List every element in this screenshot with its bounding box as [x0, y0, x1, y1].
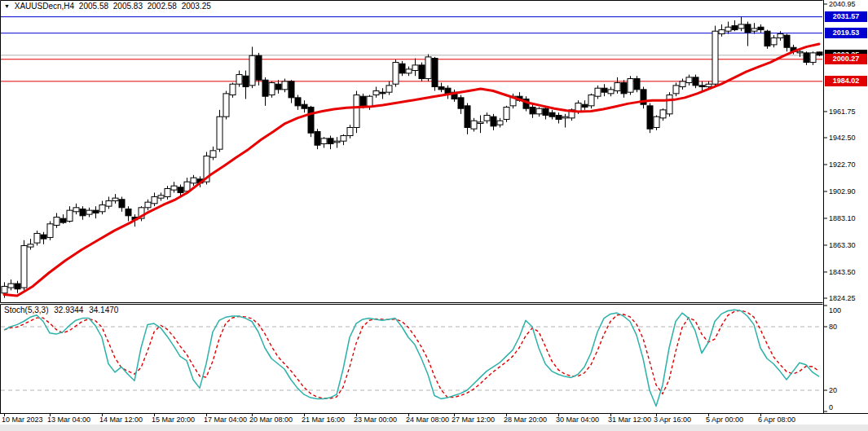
mt4-chart-window: ▼ XAUUSDecn,H4 2005.58 2005.83 2002.58 2… [0, 0, 868, 431]
bull-candle [249, 55, 255, 86]
bull-candle [99, 205, 105, 211]
ohlc-open: 2005.58 [79, 2, 108, 11]
bear-candle [93, 210, 99, 213]
bear-candle [530, 108, 535, 114]
bull-candle [223, 94, 229, 117]
bear-candle [60, 218, 66, 222]
bear-candle [328, 139, 333, 144]
bull-candle [269, 83, 275, 95]
bull-candle [660, 110, 666, 118]
bull-candle [112, 198, 118, 200]
bear-candle [784, 35, 790, 47]
bull-candle [86, 210, 92, 214]
bear-candle [647, 106, 653, 129]
symbol-dropdown-icon[interactable]: ▼ [4, 3, 10, 9]
bear-candle [15, 284, 20, 289]
bear-candle [289, 81, 294, 98]
time-tick-label: 15 Mar 20:00 [152, 416, 195, 424]
bear-candle [693, 77, 698, 86]
bull-candle [738, 24, 744, 29]
bull-candle [334, 141, 340, 143]
bull-candle [778, 34, 783, 38]
bear-candle [275, 84, 281, 90]
bear-candle [80, 209, 86, 215]
stochastic-panel[interactable] [0, 303, 868, 414]
bear-candle [302, 104, 307, 108]
bull-candle [562, 117, 568, 118]
bear-candle [804, 53, 809, 63]
bear-candle [256, 55, 262, 80]
bull-candle [34, 233, 40, 243]
bull-candle [412, 65, 418, 71]
price-badge-2019.53: 2019.53 [825, 28, 867, 38]
bull-candle [608, 90, 614, 94]
bull-candle [354, 95, 359, 128]
bear-candle [399, 64, 405, 73]
time-tick-label: 10 Mar 2023 [2, 416, 43, 424]
bull-candle [588, 95, 594, 106]
time-tick-label: 24 Mar 08:00 [406, 416, 449, 424]
bull-candle [106, 200, 112, 206]
bull-candle [386, 86, 392, 92]
bull-candle [504, 108, 509, 120]
bull-candle [615, 83, 620, 91]
bull-candle [595, 88, 601, 96]
bear-candle [262, 80, 268, 96]
bull-candle [810, 53, 816, 63]
bull-candle [484, 116, 490, 121]
bull-candle [8, 284, 14, 288]
chart-title: ▼ XAUUSDecn,H4 2005.58 2005.83 2002.58 2… [4, 2, 214, 11]
bull-candle [712, 31, 718, 84]
price-chart-panel[interactable] [0, 0, 868, 303]
bear-candle [315, 132, 320, 146]
bear-candle [621, 83, 627, 94]
bull-candle [471, 121, 477, 129]
bull-candle [673, 86, 679, 94]
symbol-period-label: XAUUSDecn,H4 [15, 2, 74, 11]
bear-candle [543, 108, 549, 115]
indicator-name: Stoch(5,3,3) [4, 306, 48, 314]
bull-candle [719, 30, 725, 34]
bull-candle [751, 29, 757, 31]
time-tick-label: 6 Apr 08:00 [758, 416, 795, 424]
bull-candle [217, 117, 223, 149]
bull-candle [680, 81, 685, 87]
time-tick-label: 27 Mar 12:00 [452, 416, 495, 424]
indicator-label: Stoch(5,3,3) 32.9344 34.1470 [4, 306, 121, 314]
bull-candle [406, 69, 412, 73]
bear-candle [582, 104, 588, 107]
stoch-tick-label: 80 [829, 323, 837, 331]
time-tick-label: 5 Apr 00:00 [706, 416, 743, 424]
bull-candle [536, 108, 542, 114]
time-tick-label: 20 Mar 08:00 [249, 416, 293, 424]
time-tick-label: 3 Apr 16:00 [654, 416, 691, 424]
time-tick-label: 17 Mar 04:00 [204, 416, 247, 424]
bull-candle [654, 117, 659, 127]
bottom-strip [0, 424, 868, 431]
time-tick-label: 14 Mar 12:00 [99, 416, 143, 424]
bear-candle [817, 52, 822, 55]
bear-candle [380, 92, 386, 94]
bear-candle [41, 235, 46, 239]
price-tick-label: 1883.10 [829, 214, 856, 222]
bear-candle [465, 106, 470, 128]
stoch-tick-label: 20 [829, 386, 837, 394]
time-axis[interactable]: 10 Mar 202313 Mar 04:0014 Mar 12:0015 Ma… [0, 414, 868, 424]
bear-candle [634, 79, 640, 90]
stoch-tick-label: 100 [829, 306, 841, 314]
bear-candle [126, 209, 131, 215]
bull-candle [165, 188, 170, 196]
bull-candle [478, 122, 483, 124]
bear-candle [549, 112, 555, 117]
bull-candle [706, 84, 712, 86]
chart-background [0, 0, 868, 303]
price-tick-label: 1843.50 [829, 268, 856, 276]
bull-candle [210, 151, 216, 157]
price-tick-label: 1824.25 [829, 294, 856, 302]
stoch-tick-label: 0 [829, 403, 833, 411]
bear-candle [556, 116, 562, 120]
bull-candle [797, 51, 803, 53]
bull-candle [28, 244, 33, 247]
bear-candle [601, 88, 607, 92]
bear-candle [438, 87, 444, 90]
